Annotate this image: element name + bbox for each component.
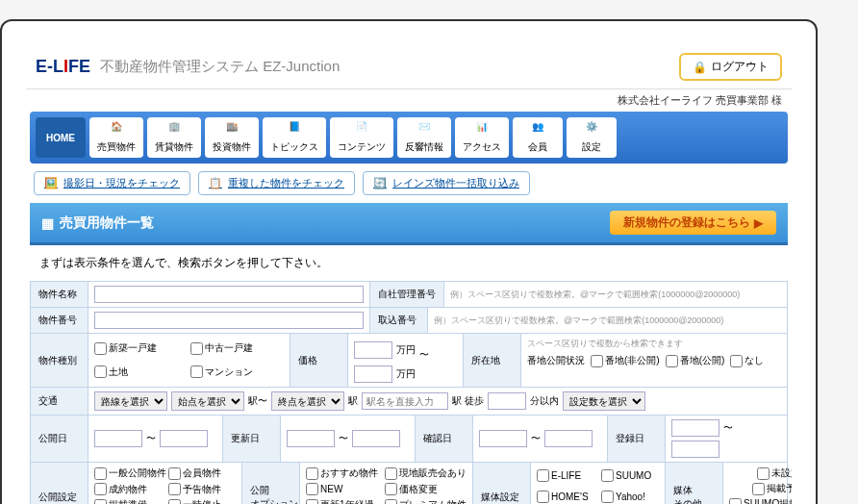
chk-pub-0[interactable]: 一般公開物件 [94, 466, 166, 480]
chk-pub-4[interactable]: 掲載準備 [94, 498, 166, 504]
new-register-button[interactable]: 新規物件の登録はこちら▶ [610, 211, 776, 235]
gear-icon: ⚙️ [582, 121, 601, 139]
list-icon: ▦ [41, 215, 54, 231]
input-station[interactable] [362, 392, 448, 410]
logout-button[interactable]: 🔒 ログアウト [679, 53, 782, 81]
doc-icon: 📄 [352, 121, 371, 139]
building-icon: 🏢 [164, 121, 184, 139]
office-icon: 🏬 [222, 121, 241, 139]
chk-mo-1[interactable]: 掲載予備 [752, 482, 792, 495]
label-transit: 交通 [31, 388, 88, 415]
select-route[interactable]: 路線を選択 [94, 391, 167, 411]
chk-opt-2[interactable]: NEW [306, 483, 383, 495]
chk-opt-0[interactable]: おすすめ物件 [306, 466, 383, 480]
nav-access[interactable]: 📊アクセス [455, 117, 509, 158]
chk-type-1[interactable]: 中古一戸建 [190, 341, 285, 355]
chk-media-3[interactable]: Yahoo! [601, 491, 659, 503]
input-price-min[interactable] [354, 341, 392, 359]
select-start[interactable]: 始点を選択 [171, 391, 244, 411]
sub-nav: 🖼️撮影日・現況をチェック 📋重複した物件をチェック 🔄レインズ物件一括取り込み [26, 164, 792, 203]
input-cnf-to[interactable] [544, 430, 593, 447]
input-open-to[interactable] [160, 430, 208, 447]
chk-type-2[interactable]: 土地 [94, 365, 189, 379]
house-icon: 🏠 [107, 121, 126, 139]
chk-pub-3[interactable]: 予告物件 [168, 483, 236, 496]
chk-type-0[interactable]: 新築一戸建 [94, 341, 189, 355]
input-upd-from[interactable] [287, 430, 335, 447]
photo-icon: 🖼️ [44, 177, 58, 189]
nav-home[interactable]: HOME [36, 117, 86, 158]
nav-response[interactable]: ✉️反響情報 [397, 117, 451, 158]
label-open-date: 公開日 [31, 416, 88, 462]
nav-sale[interactable]: 🏠売買物件 [89, 117, 143, 158]
search-form: 物件名称 自社管理番号 例）スペース区切りで複数検索。@マークで範囲検索(100… [30, 281, 788, 504]
people-icon: 👥 [528, 121, 547, 139]
input-walk[interactable] [488, 392, 526, 410]
nav-contents[interactable]: 📄コンテンツ [330, 117, 393, 158]
chk-pub-5[interactable]: 一時停止 [168, 498, 236, 504]
label-price: 価格 [290, 334, 348, 387]
label-name: 物件名称 [31, 282, 88, 307]
label-confirm-date: 確認日 [416, 416, 473, 462]
hint-trade-num: 例）スペース区切りで複数検索。@マークで範囲検索(1000000@2000000… [434, 315, 723, 327]
label-type: 物件種別 [31, 334, 88, 387]
chk-type-3[interactable]: マンション [190, 365, 285, 379]
select-count[interactable]: 設定数を選択 [563, 391, 645, 411]
subnav-photo-check[interactable]: 🖼️撮影日・現況をチェック [34, 171, 190, 195]
input-upd-to[interactable] [352, 430, 400, 447]
chk-land-1[interactable]: 番地(公開) [666, 354, 725, 367]
input-reg-from[interactable] [671, 419, 719, 437]
chk-opt-1[interactable]: 現地販売会あり [385, 466, 467, 480]
label-pub-option: 公開 オプション [242, 463, 300, 504]
book-icon: 📘 [285, 121, 304, 139]
subnav-dup-check[interactable]: 📋重複した物件をチェック [198, 171, 355, 195]
label-pub-setting: 公開設定 [31, 463, 88, 504]
main-nav: HOME 🏠売買物件 🏢賃貸物件 🏬投資物件 📘トピックス 📄コンテンツ ✉️反… [30, 112, 788, 164]
hint-self-num: 例）スペース区切りで複数検索。@マークで範囲検索(1000000@2000000… [450, 289, 740, 301]
arrow-right-icon: ▶ [754, 216, 763, 230]
company-label: 株式会社イーライフ 売買事業部 様 [26, 89, 792, 112]
chk-land-0[interactable]: 番地(非公開) [591, 354, 660, 367]
label-reg-date: 登録日 [608, 416, 666, 462]
refresh-icon: 🔄 [373, 177, 387, 189]
chk-opt-5[interactable]: プレミアム物件 [385, 498, 467, 504]
input-cnf-from[interactable] [479, 430, 527, 447]
nav-invest[interactable]: 🏬投資物件 [205, 117, 259, 158]
nav-topics[interactable]: 📘トピックス [263, 117, 326, 158]
nav-member[interactable]: 👥会員 [513, 117, 563, 158]
select-end[interactable]: 終点を選択 [271, 391, 344, 411]
chk-pub-2[interactable]: 成約物件 [94, 483, 166, 496]
label-location: 所在地 [464, 334, 521, 387]
label-prop-num: 物件番号 [31, 308, 88, 333]
input-open-from[interactable] [94, 430, 142, 447]
input-price-max[interactable] [354, 365, 392, 383]
chk-opt-3[interactable]: 価格変更 [385, 483, 467, 496]
subnav-reins-import[interactable]: 🔄レインズ物件一括取り込み [363, 171, 530, 195]
nav-rent[interactable]: 🏢賃貸物件 [147, 117, 201, 158]
chk-pub-1[interactable]: 会員物件 [168, 466, 236, 480]
mail-icon: ✉️ [415, 121, 434, 139]
input-reg-to[interactable] [671, 441, 719, 458]
label-media: 媒体設定 [473, 463, 531, 504]
chk-media-0[interactable]: E-LIFE [537, 469, 599, 482]
chk-opt-4[interactable]: 更新1年経過 [306, 498, 383, 504]
label-self-num: 自社管理番号 [370, 282, 444, 307]
chk-media-1[interactable]: SUUMO [601, 469, 659, 482]
instruction-text: まずは表示条件を選んで、検索ボタンを押して下さい。 [26, 245, 792, 281]
chk-mo-2[interactable]: SUUMO掲載指示無 [729, 497, 792, 504]
section-header: ▦売買用物件一覧 新規物件の登録はこちら▶ [30, 203, 788, 245]
chart-icon: 📊 [472, 121, 492, 139]
label-trade-num: 取込番号 [370, 308, 428, 333]
input-name[interactable] [94, 286, 364, 303]
list-icon: 📋 [209, 177, 222, 189]
label-media-other: 媒体 その他 [666, 463, 723, 504]
input-prop-num[interactable] [94, 312, 364, 329]
system-title: 不動産物件管理システム EZ-Junction [100, 58, 340, 76]
chk-land-2[interactable]: なし [730, 354, 764, 367]
chk-mo-0[interactable]: 未設定 [757, 466, 792, 480]
logo: E-LIFE [36, 57, 90, 77]
chk-media-2[interactable]: HOME'S [537, 491, 599, 503]
header-bar: E-LIFE 不動産物件管理システム EZ-Junction 🔒 ログアウト [26, 45, 792, 89]
lock-icon: 🔒 [693, 61, 707, 74]
nav-settings[interactable]: ⚙️設定 [567, 117, 617, 158]
